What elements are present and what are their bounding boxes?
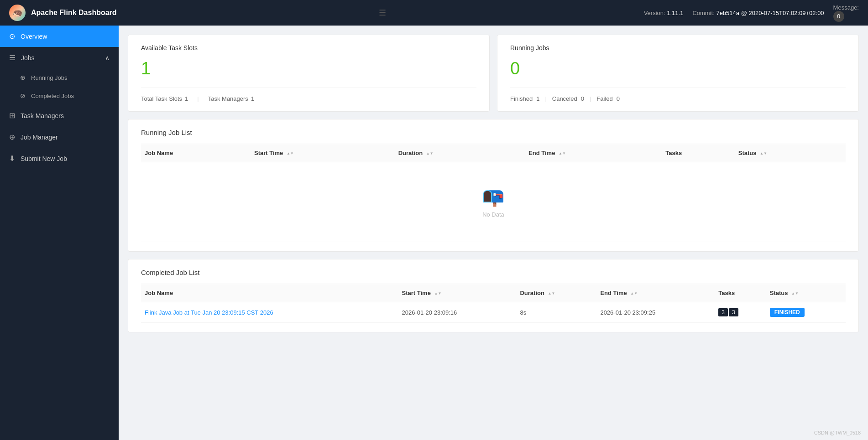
end-time-cell: 2026-01-20 23:09:25	[596, 302, 715, 323]
duration-cell: 8s	[516, 302, 596, 323]
sidebar-item-running-jobs[interactable]: ⊕ Running Jobs	[0, 68, 119, 87]
running-job-list-title: Running Job List	[141, 129, 846, 136]
sidebar-item-completed-jobs[interactable]: ⊘ Completed Jobs	[0, 87, 119, 105]
tasks-badge: 3 3	[718, 308, 738, 316]
status-sort-icon[interactable]: ▲▼	[760, 152, 767, 155]
running-job-list-section: Running Job List Job Name Start Time ▲▼ …	[128, 119, 859, 252]
top-bar-right: Version: 1.11.1 Commit: 7eb514a @ 2020-0…	[644, 4, 859, 22]
completed-job-table: Job Name Start Time ▲▼ Duration ▲▼ End T…	[141, 284, 846, 323]
message-label: Message:	[833, 4, 859, 11]
main-content: Available Task Slots 1 Total Task Slots …	[119, 26, 868, 440]
app-title: Apache Flink Dashboard	[31, 9, 117, 17]
running-job-table-header-row: Job Name Start Time ▲▼ Duration ▲▼ End T…	[141, 144, 846, 162]
sidebar-item-submit-new-job[interactable]: ⬇ Submit New Job	[0, 148, 119, 169]
task-num-b: 3	[729, 308, 738, 316]
col-tasks: Tasks	[662, 144, 734, 162]
comp-end-time-sort-icon[interactable]: ▲▼	[630, 292, 638, 295]
comp-col-duration: Duration ▲▼	[516, 284, 596, 302]
jobs-chevron-icon: ∧	[105, 54, 110, 62]
completed-job-table-header-row: Job Name Start Time ▲▼ Duration ▲▼ End T…	[141, 284, 846, 302]
watermark: CSDN @TWM_0518	[814, 430, 861, 435]
task-managers-icon: ⊞	[9, 111, 15, 120]
col-start-time: Start Time ▲▼	[251, 144, 395, 162]
running-jobs-title: Running Jobs	[510, 44, 846, 52]
start-time-cell: 2026-01-20 23:09:16	[398, 302, 517, 323]
status-cell: FINISHED	[766, 302, 846, 323]
sidebar-item-task-managers[interactable]: ⊞ Task Managers	[0, 105, 119, 126]
completed-jobs-label: Completed Jobs	[31, 93, 74, 99]
running-jobs-divider	[510, 88, 846, 88]
overview-icon: ⊙	[9, 32, 15, 41]
task-managers-stat: Task Managers 1	[208, 95, 254, 102]
sidebar-group-jobs-header[interactable]: ☰ Jobs ∧	[0, 47, 119, 68]
submit-job-icon: ⬇	[9, 154, 15, 163]
no-data-icon: 📭	[482, 186, 505, 207]
total-task-slots: Total Task Slots 1	[141, 95, 188, 102]
submit-new-job-label: Submit New Job	[21, 155, 67, 162]
comp-status-sort-icon[interactable]: ▲▼	[791, 292, 799, 295]
total-task-slots-label: Total Task Slots	[141, 95, 182, 102]
task-managers-stat-label: Task Managers	[208, 95, 248, 102]
job-name-link[interactable]: Flink Java Job at Tue Jan 20 23:09:15 CS…	[145, 309, 273, 316]
comp-col-tasks: Tasks	[715, 284, 766, 302]
col-status: Status ▲▼	[735, 144, 846, 162]
task-num-a: 3	[718, 308, 728, 316]
meta-sep-1: |	[197, 95, 199, 102]
version-label: Version:	[644, 10, 665, 16]
top-bar: 🦔 Apache Flink Dashboard ☰ Version: 1.11…	[0, 0, 868, 26]
running-jobs-meta: Finished 1 | Canceled 0 | Failed 0	[510, 95, 846, 102]
sidebar-item-overview[interactable]: ⊙ Overview	[0, 26, 119, 47]
version-info: Version: 1.11.1	[644, 10, 684, 16]
task-slots-value: 1	[141, 59, 476, 78]
top-bar-left: 🦔 Apache Flink Dashboard	[9, 5, 117, 21]
completed-job-list-title: Completed Job List	[141, 269, 846, 276]
version-value: 1.11.1	[667, 10, 683, 16]
sidebar-item-overview-label: Overview	[21, 33, 47, 40]
hamburger-icon[interactable]: ☰	[379, 8, 386, 18]
hamburger-area: ☰	[374, 8, 386, 18]
job-name-cell: Flink Java Job at Tue Jan 20 23:09:15 CS…	[141, 302, 398, 323]
task-slots-divider	[141, 88, 476, 88]
task-managers-label: Task Managers	[21, 112, 64, 119]
task-managers-stat-value: 1	[251, 95, 254, 102]
message-badge[interactable]: 0	[833, 11, 844, 22]
sidebar-jobs-label: Jobs	[21, 54, 35, 62]
tasks-cell: 3 3	[715, 302, 766, 323]
start-time-sort-icon[interactable]: ▲▼	[287, 152, 294, 155]
sidebar-item-job-manager[interactable]: ⊕ Job Manager	[0, 126, 119, 148]
sidebar-jobs-left: ☰ Jobs	[9, 53, 35, 62]
task-slots-meta: Total Task Slots 1 | Task Managers 1	[141, 95, 476, 102]
comp-duration-sort-icon[interactable]: ▲▼	[548, 292, 555, 295]
running-job-no-data-cell: 📭 No Data	[141, 162, 846, 242]
col-job-name: Job Name	[141, 144, 251, 162]
sidebar: ⊙ Overview ☰ Jobs ∧ ⊕ Running Jobs ⊘ Com…	[0, 26, 119, 440]
failed-label: Failed	[596, 95, 612, 102]
duration-sort-icon[interactable]: ▲▼	[426, 152, 434, 155]
running-jobs-value: 0	[510, 59, 846, 78]
commit-label: Commit:	[692, 10, 714, 16]
end-time-sort-icon[interactable]: ▲▼	[559, 152, 566, 155]
running-jobs-icon: ⊕	[20, 74, 26, 81]
canceled-label: Canceled	[552, 95, 577, 102]
comp-start-time-sort-icon[interactable]: ▲▼	[434, 292, 442, 295]
comp-col-job-name: Job Name	[141, 284, 398, 302]
commit-info: Commit: 7eb514a @ 2020-07-15T07:02:09+02…	[692, 10, 824, 16]
jobs-icon: ☰	[9, 53, 16, 62]
finished-label: Finished	[510, 95, 533, 102]
failed-value: 0	[617, 95, 620, 102]
sidebar-group-jobs: ☰ Jobs ∧ ⊕ Running Jobs ⊘ Completed Jobs	[0, 47, 119, 105]
app-logo: 🦔	[9, 5, 26, 21]
col-end-time: End Time ▲▼	[525, 144, 662, 162]
running-job-table: Job Name Start Time ▲▼ Duration ▲▼ End T…	[141, 144, 846, 242]
comp-col-status: Status ▲▼	[766, 284, 846, 302]
task-slots-card: Available Task Slots 1 Total Task Slots …	[128, 35, 490, 112]
no-data-text: No Data	[482, 211, 504, 218]
table-row: Flink Java Job at Tue Jan 20 23:09:15 CS…	[141, 302, 846, 323]
running-jobs-label: Running Jobs	[31, 74, 68, 81]
status-badge: FINISHED	[770, 308, 805, 317]
total-task-slots-value: 1	[185, 95, 188, 102]
meta-sep-2: |	[545, 95, 546, 102]
stats-row: Available Task Slots 1 Total Task Slots …	[128, 35, 859, 112]
comp-col-start-time: Start Time ▲▼	[398, 284, 517, 302]
running-jobs-card: Running Jobs 0 Finished 1 | Canceled 0 |…	[497, 35, 859, 112]
